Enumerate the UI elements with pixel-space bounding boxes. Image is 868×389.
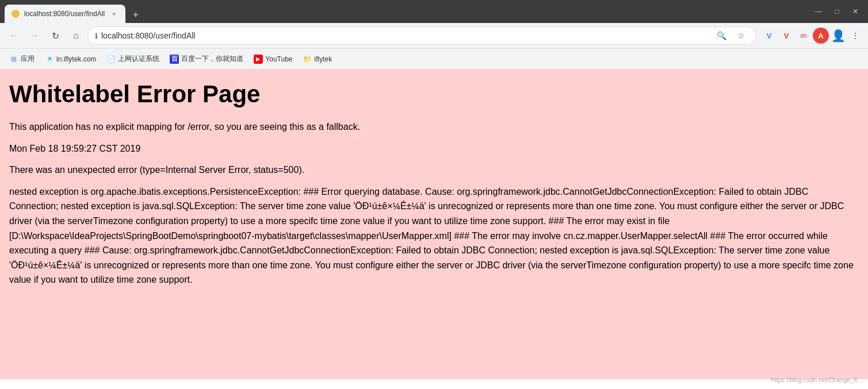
iflytek-icon: ✕	[45, 55, 54, 64]
maximize-button[interactable]: □	[829, 3, 845, 20]
bookmark-baidu[interactable]: 百 百度一下，你就知道	[165, 52, 248, 66]
profile-a-icon[interactable]: A	[813, 28, 829, 44]
error-body: This application has no explicit mapping…	[9, 120, 859, 287]
folder-icon: 📁	[303, 55, 312, 64]
nav-right-icons: V V ∞ A 👤 ⋮	[761, 28, 863, 44]
search-icon[interactable]: 🔍	[713, 28, 729, 44]
title-bar: localhost:8080/user/findAll × + — □ ✕	[0, 0, 868, 23]
page-content: Whitelabel Error Page This application h…	[0, 69, 868, 379]
tab-title: localhost:8080/user/findAll	[24, 10, 105, 18]
bookmark-apps-label: 应用	[21, 54, 35, 64]
bookmarks-bar: ⊞ 应用 ✕ in.iflytek.com 📄 上网认证系统 百 百度一下，你就…	[0, 48, 868, 69]
bookmark-star-icon[interactable]: ☆	[733, 28, 749, 44]
bookmark-iflytek-label: in.iflytek.com	[56, 55, 96, 63]
address-input[interactable]	[101, 31, 710, 40]
baidu-icon: 百	[170, 55, 179, 64]
tab-close-button[interactable]: ×	[109, 9, 118, 18]
nav-bar: ← → ↻ ⌂ ℹ 🔍 ☆ V V ∞ A 👤 ⋮	[0, 23, 868, 48]
minimize-button[interactable]: —	[810, 3, 827, 20]
back-button[interactable]: ←	[5, 26, 23, 45]
bookmark-youtube-label: YouTube	[265, 55, 292, 63]
youtube-icon: ▶	[254, 55, 263, 64]
bookmark-youtube[interactable]: ▶ YouTube	[249, 52, 297, 66]
bookmark-iflytek[interactable]: ✕ in.iflytek.com	[40, 52, 101, 66]
browser-chrome: localhost:8080/user/findAll × + — □ ✕ ← …	[0, 0, 868, 69]
tab-favicon	[12, 10, 20, 18]
bookmark-folder[interactable]: 📁 iflytek	[299, 52, 337, 66]
active-tab[interactable]: localhost:8080/user/findAll ×	[5, 5, 125, 23]
profile-v2-icon[interactable]: V	[778, 28, 794, 44]
window-controls: — □ ✕	[810, 3, 863, 20]
tab-strip: localhost:8080/user/findAll × +	[5, 0, 810, 23]
reload-button[interactable]: ↻	[46, 26, 64, 45]
bookmark-doc-label: 上网认证系统	[118, 54, 159, 64]
bookmark-apps[interactable]: ⊞ 应用	[5, 52, 39, 66]
error-line1: There was an unexpected error (type=Inte…	[9, 163, 859, 178]
bookmark-folder-label: iflytek	[315, 55, 332, 63]
forward-button[interactable]: →	[25, 26, 44, 45]
apps-icon: ⊞	[9, 55, 18, 64]
error-timestamp: Mon Feb 18 19:59:27 CST 2019	[9, 141, 859, 156]
error-description: This application has no explicit mapping…	[9, 120, 859, 134]
profile-v1-icon[interactable]: V	[761, 28, 777, 44]
error-line2: nested exception is org.apache.ibatis.ex…	[9, 184, 859, 287]
extension-icon[interactable]: ∞	[796, 28, 812, 44]
error-page-title: Whitelabel Error Page	[9, 80, 859, 108]
address-bar-container: ℹ 🔍 ☆	[87, 26, 756, 45]
close-button[interactable]: ✕	[847, 3, 863, 20]
watermark: https://blog.csdn.net/Orange_it...	[771, 376, 862, 379]
bookmark-baidu-label: 百度一下，你就知道	[181, 54, 243, 64]
doc-icon: 📄	[106, 55, 116, 64]
bookmark-doc[interactable]: 📄 上网认证系统	[102, 52, 164, 66]
avatar-icon[interactable]: 👤	[830, 28, 846, 44]
new-tab-button[interactable]: +	[128, 7, 144, 23]
security-icon: ℹ	[95, 32, 98, 40]
menu-button[interactable]: ⋮	[847, 28, 863, 44]
home-button[interactable]: ⌂	[67, 26, 85, 45]
